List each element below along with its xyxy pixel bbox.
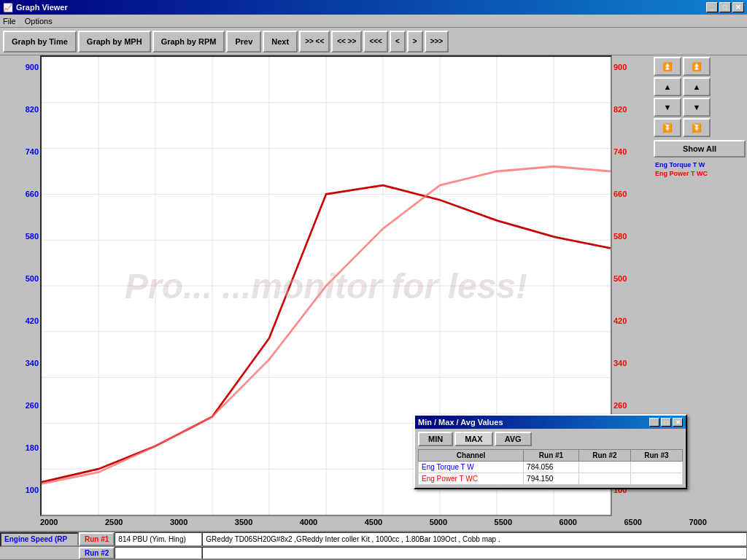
row2-channel: Eng Power T WC	[419, 473, 524, 485]
scroll-far-right-button[interactable]: >>>	[425, 31, 449, 52]
scroll-prev-button[interactable]: <	[390, 31, 406, 52]
scroll-right-left-button[interactable]: >> <<	[299, 31, 330, 52]
graph-by-time-button[interactable]: Graph by Time	[3, 31, 77, 52]
legend-power: Eng Power T WC	[654, 169, 712, 178]
zoom-down-button[interactable]: ▼	[683, 98, 711, 117]
row1-run2	[578, 462, 630, 473]
menu-bar: File Options	[0, 15, 747, 28]
tab-avg[interactable]: AVG	[495, 432, 532, 446]
y-left-500: 500	[26, 274, 39, 283]
popup-title: Min / Max / Avg Values	[418, 418, 503, 427]
x-5000: 5000	[430, 518, 447, 529]
graph-by-mph-button[interactable]: Graph by MPH	[78, 31, 151, 52]
row2-run2	[578, 473, 630, 485]
scroll-down-button[interactable]: ▼	[654, 98, 681, 117]
scroll-far-left-button[interactable]: <<<	[363, 31, 388, 52]
toolbar: Graph by Time Graph by MPH Graph by RPM …	[0, 28, 747, 55]
scroll-up-button[interactable]: ▲	[654, 77, 681, 96]
y-left-420: 420	[26, 316, 39, 325]
y-right-500: 500	[614, 274, 627, 283]
title-bar: 📈 Graph Viewer _ □ ✕	[0, 0, 747, 15]
prev-button[interactable]: Prev	[226, 31, 261, 52]
y-left-340: 340	[26, 359, 39, 368]
main-content: 900 820 740 660 580 500 420 340 260 180 …	[0, 55, 747, 516]
row2-run1: 794.150	[524, 473, 579, 485]
y-left-820: 820	[26, 105, 39, 114]
maximize-button[interactable]: □	[719, 2, 731, 12]
y-left-260: 260	[26, 401, 39, 410]
scroll-down-fast-button[interactable]: ⏬	[654, 118, 681, 137]
minimize-button[interactable]: _	[706, 2, 718, 12]
minmax-popup: Min / Max / Avg Values _ □ ✕ MIN MAX AVG…	[414, 414, 687, 489]
popup-restore[interactable]: □	[661, 418, 671, 427]
popup-titlebar: Min / Max / Avg Values _ □ ✕	[415, 416, 686, 429]
popup-close[interactable]: ✕	[673, 418, 683, 427]
scroll-up-fast-button[interactable]: ⏫	[654, 57, 681, 76]
graph-container: Pro... ...monitor for less!	[40, 55, 612, 516]
x-5500: 5500	[495, 518, 512, 529]
x-4500: 4500	[365, 518, 382, 529]
popup-controls: _ □ ✕	[649, 418, 683, 427]
y-right-740: 740	[614, 147, 627, 156]
popup-table: Channel Run #1 Run #2 Run #3 Eng Torque …	[418, 449, 683, 485]
engine-speed-label: Engine Speed (RP	[0, 532, 79, 547]
tab-min[interactable]: MIN	[418, 432, 453, 446]
popup-tabs: MIN MAX AVG	[418, 432, 683, 446]
scroll-left-right-button[interactable]: << >>	[331, 31, 362, 52]
zoom-down-fast-button[interactable]: ⏬	[683, 118, 711, 137]
x-2500: 2500	[105, 518, 123, 529]
close-button[interactable]: ✕	[732, 2, 744, 12]
run2-desc-field[interactable]	[202, 547, 747, 559]
zoom-up-button[interactable]: ▲	[683, 77, 711, 96]
row1-run3	[630, 462, 682, 473]
scroll-next-button[interactable]: >	[407, 31, 423, 52]
run2-name-field[interactable]	[115, 547, 202, 559]
table-row: Eng Power T WC 794.150	[419, 473, 683, 485]
y-left-740: 740	[26, 147, 39, 156]
next-button[interactable]: Next	[263, 31, 298, 52]
row2-run3	[630, 473, 682, 485]
title-controls: _ □ ✕	[706, 2, 744, 12]
x-3000: 3000	[170, 518, 187, 529]
y-right-420: 420	[614, 316, 627, 325]
col-run1: Run #1	[524, 450, 579, 462]
run1-name-field[interactable]	[115, 532, 202, 546]
y-right-900: 900	[614, 63, 627, 71]
show-all-button[interactable]: Show All	[654, 140, 746, 158]
title-icon: 📈	[3, 3, 13, 12]
popup-content: MIN MAX AVG Channel Run #1 Run #2 Run #3	[415, 429, 686, 488]
legend-torque: Eng Torque T W	[654, 160, 712, 169]
tab-max[interactable]: MAX	[454, 432, 492, 446]
y-left-660: 660	[26, 190, 39, 198]
menu-options[interactable]: Options	[25, 17, 53, 26]
row1-run1: 784.056	[524, 462, 579, 473]
y-right-260: 260	[614, 401, 627, 410]
y-left-900: 900	[26, 63, 39, 71]
x-3500: 3500	[235, 518, 252, 529]
run2-row: Run #2	[0, 547, 747, 560]
popup-minimize[interactable]: _	[649, 418, 659, 427]
x-2000: 2000	[40, 518, 58, 529]
run2-button[interactable]: Run #2	[79, 547, 115, 559]
col-channel: Channel	[419, 450, 524, 462]
y-left-100: 100	[26, 486, 39, 494]
x-6000: 6000	[560, 518, 577, 529]
bottom-panel: Engine Speed (RP Run #1 Run #2 Min/Max/A…	[0, 531, 747, 560]
row1-channel: Eng Torque T W	[419, 462, 524, 473]
run1-row: Engine Speed (RP Run #1	[0, 532, 747, 547]
menu-file[interactable]: File	[3, 17, 16, 26]
y-right-660: 660	[614, 190, 627, 198]
run1-desc-field[interactable]	[202, 532, 747, 546]
graph-by-rpm-button[interactable]: Graph by RPM	[152, 31, 225, 52]
y-right-340: 340	[614, 359, 627, 368]
x-axis: 2000 2500 3000 3500 4000 4500 5000 5500 …	[0, 516, 747, 531]
zoom-up-fast-button[interactable]: ⏫	[683, 57, 711, 76]
col-run2: Run #2	[578, 450, 630, 462]
x-4000: 4000	[300, 518, 317, 529]
run1-button[interactable]: Run #1	[79, 532, 115, 546]
y-right-580: 580	[614, 232, 627, 241]
y-axis-left: 900 820 740 660 580 500 420 340 260 180 …	[0, 55, 40, 516]
table-row: Eng Torque T W 784.056	[419, 462, 683, 473]
x-6500: 6500	[624, 518, 641, 529]
window-title: Graph Viewer	[16, 3, 68, 12]
